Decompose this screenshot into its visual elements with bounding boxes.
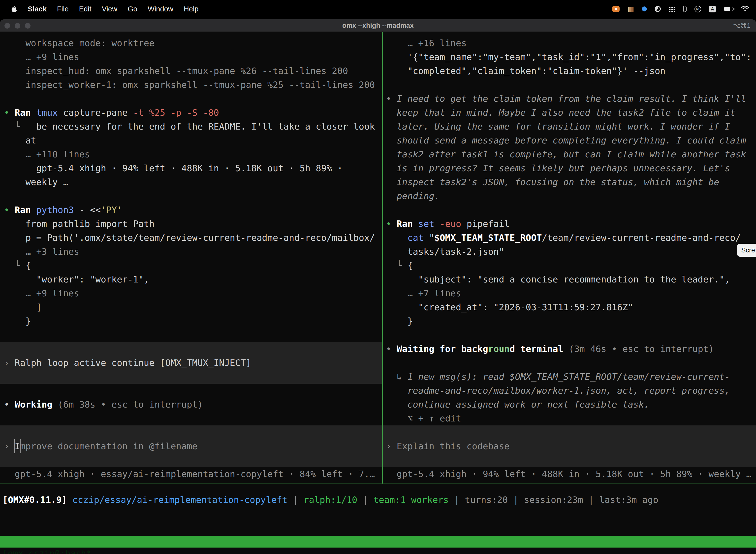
terminal-row	[0, 328, 382, 342]
terminal-row: … +9 lines	[0, 286, 382, 300]
terminal-row: inspect_worker-1: omx sparkshell --tmux-…	[0, 78, 382, 92]
menu-item-help[interactable]: Help	[184, 5, 199, 13]
omx-hud-pane: [OMX#0.11.9] cczip/essay/ai-reimplementa…	[0, 484, 756, 536]
terminal-row: tasks/task-2.json"	[383, 245, 756, 259]
terminal-row: "completed","claim_token":"claim-token"}…	[383, 64, 756, 78]
terminal-row: pending.	[383, 189, 756, 203]
app-menu-slack[interactable]: Slack	[28, 5, 47, 13]
prompt-band-row	[0, 453, 382, 467]
omx-status-row: [OMX#0.11.9] cczip/essay/ai-reimplementa…	[0, 493, 756, 507]
terminal-row: '{"team_name":"my-team","task_id":"1","f…	[383, 50, 756, 64]
terminal-row: }	[383, 314, 756, 328]
dots-grid-icon[interactable]	[669, 6, 675, 12]
terminal-row: "worker": "worker-1",	[0, 273, 382, 286]
prompt-band-row[interactable]: › Ralph loop active continue [OMX_TMUX_I…	[0, 356, 382, 370]
terminal-row: … +7 lines	[383, 286, 756, 300]
window-title: omx --xhigh --madmax	[0, 19, 756, 32]
apple-menu[interactable]	[11, 5, 17, 13]
menu-items: FileEditViewGoWindowHelp	[57, 5, 199, 13]
terminal-row: ]	[0, 300, 382, 314]
pane-divider-vertical[interactable]	[382, 32, 383, 484]
terminal-row: p = Path('.omx/state/team/review-current…	[0, 231, 382, 245]
terminal-row: weekly …	[0, 175, 382, 189]
tmux-status-bar: [omx-cczip0:bash* "MacBook-Pro-44.local"…	[0, 536, 756, 548]
menu-bar: Slack FileEditViewGoWindowHelp ▦61A	[0, 0, 756, 18]
menu-item-edit[interactable]: Edit	[79, 5, 91, 13]
menu-item-window[interactable]: Window	[148, 5, 173, 13]
terminal-row: "subject": "send a concise recommendatio…	[383, 273, 756, 286]
terminal-row: workspace_mode: worktree	[0, 36, 382, 50]
terminal-row: ↳ 1 new msg(s): read $OMX_TEAM_STATE_ROO…	[383, 370, 756, 384]
window-shortcut: ⌥⌘1	[733, 19, 751, 32]
terminal-row: … +9 lines	[0, 50, 382, 64]
terminal-row: readme-and-reco/mailbox/worker-1.json, a…	[383, 384, 756, 398]
prompt-band-row	[0, 370, 382, 384]
window-titlebar[interactable]: omx --xhigh --madmax ⌥⌘1	[0, 19, 756, 32]
menu-bar-left: Slack FileEditViewGoWindowHelp	[11, 5, 198, 13]
terminal-row: should send a message before completing …	[383, 133, 756, 148]
badge-icon[interactable]: 61	[694, 6, 701, 12]
terminal-row: • Ran set -euo pipefail	[383, 217, 756, 231]
terminal-row: • Working (6m 38s • esc to interrupt)	[0, 398, 382, 411]
menu-bar-status-icons: ▦61A	[612, 6, 749, 12]
terminal-row: • Ran python3 - <<'PY'	[0, 203, 382, 217]
apple-icon	[11, 5, 17, 13]
menu-item-go[interactable]: Go	[128, 5, 137, 13]
terminal-row: inspect_hud: omx sparkshell --tmux-pane …	[0, 64, 382, 78]
terminal-window: omx --xhigh --madmax ⌥⌘1 workspace_mode:…	[0, 19, 756, 554]
terminal-content: workspace_mode: worktree … +9 lines insp…	[0, 32, 756, 554]
terminal-row: … +16 lines	[383, 36, 756, 50]
terminal-row: inspect task2's JSON, focusing on the st…	[383, 175, 756, 189]
terminal-row	[383, 78, 756, 92]
terminal-row	[383, 328, 756, 342]
terminal-row: gpt-5.4 xhigh · 94% left · 488K in · 5.1…	[383, 467, 756, 481]
swirl-icon[interactable]	[655, 6, 661, 12]
wifi-icon[interactable]	[741, 6, 749, 12]
terminal-row: ⌥ + ↑ edit	[383, 411, 756, 426]
terminal-row	[0, 411, 382, 426]
prompt-band-row	[383, 426, 756, 439]
terminal-row	[0, 92, 382, 106]
terminal-row: from pathlib import Path	[0, 217, 382, 231]
terminal-row: at	[0, 133, 382, 148]
grid-icon[interactable]: ▦	[628, 6, 634, 12]
terminal-row: gpt-5.4 xhigh · 94% left · 488K in · 5.1…	[0, 161, 382, 175]
terminal-row: }	[0, 314, 382, 328]
terminal-row: continue assigned work or next feasible …	[383, 398, 756, 411]
terminal-row: └ be necessary for the end of the README…	[0, 120, 382, 133]
terminal-row: is in progress? It seems likely but perh…	[383, 161, 756, 175]
prompt-band-row	[383, 453, 756, 467]
tmux-session-label: [omx-cczip0:bash*	[2, 548, 91, 554]
terminal-row: • Waiting for background terminal (3m 46…	[383, 342, 756, 356]
clipboard-icon[interactable]	[683, 6, 687, 12]
terminal-row: later. Using the same for transition mig…	[383, 120, 756, 133]
terminal-row	[383, 356, 756, 370]
terminal-row: └ {	[0, 259, 382, 273]
terminal-row: └ {	[383, 259, 756, 273]
terminal-row: • Ran tmux capture-pane -t %25 -p -S -80	[0, 106, 382, 120]
terminal-row: gpt-5.4 xhigh · essay/ai-reimplementatio…	[0, 467, 382, 481]
terminal-row	[383, 203, 756, 217]
terminal-row: … +110 lines	[0, 148, 382, 161]
terminal-row: "created_at": "2026-03-31T11:59:27.816Z"	[383, 300, 756, 314]
tmux-pane-right[interactable]: … +16 lines '{"team_name":"my-team","tas…	[383, 36, 756, 481]
terminal-row: task2 after task1 is complete, but can I…	[383, 148, 756, 161]
menu-item-file[interactable]: File	[57, 5, 69, 13]
prompt-band-row[interactable]: › Improve documentation in @filename	[0, 439, 382, 453]
prompt-band-row	[0, 342, 382, 356]
terminal-row	[0, 384, 382, 398]
input-source-icon[interactable]: A	[709, 6, 716, 12]
menu-item-view[interactable]: View	[102, 5, 117, 13]
terminal-row	[0, 189, 382, 203]
prompt-band-row	[0, 426, 382, 439]
terminal-row: … +3 lines	[0, 245, 382, 259]
terminal-row: • I need to get the claim token from the…	[383, 92, 756, 106]
tmux-pane-left[interactable]: workspace_mode: worktree … +9 lines insp…	[0, 36, 382, 481]
tooltip: Scre	[737, 244, 756, 257]
battery-icon[interactable]	[724, 7, 733, 11]
prompt-band-row[interactable]: › Explain this codebase	[383, 439, 756, 453]
terminal-row: cat "$OMX_TEAM_STATE_ROOT/team/review-cu…	[383, 231, 756, 245]
terminal-row: keep that in mind. Maybe I also need the…	[383, 106, 756, 120]
screen-recording-icon[interactable]	[612, 6, 620, 12]
droplet-icon[interactable]	[642, 6, 647, 11]
